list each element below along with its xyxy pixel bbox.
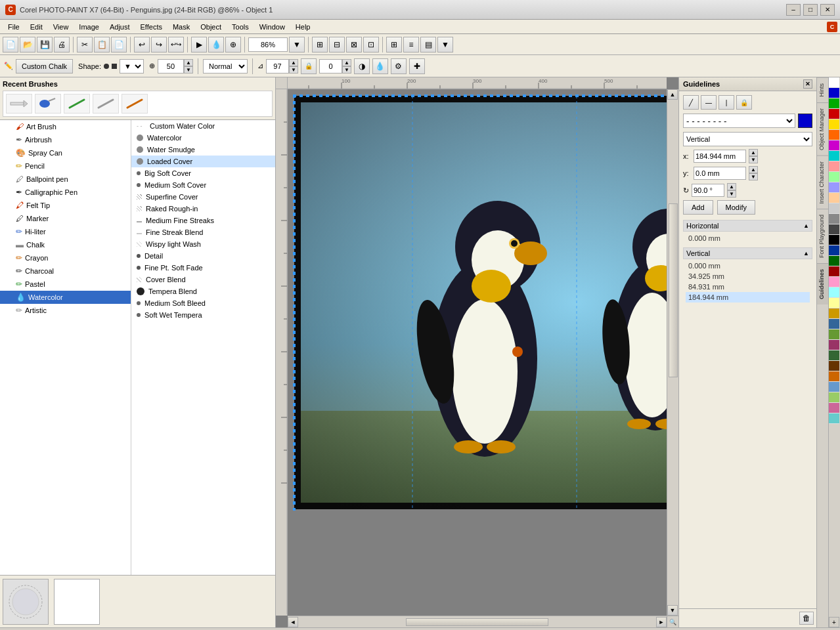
view-btn1[interactable]: ⊞	[312, 37, 328, 52]
side-tab-guidelines[interactable]: Guidelines	[817, 263, 828, 304]
brush-raked-rough-in[interactable]: Raked Rough-in	[131, 203, 275, 215]
side-tab-object-manager[interactable]: Object Manager	[817, 102, 828, 156]
vertical-scrollbar[interactable]: ▲ ▼	[667, 89, 678, 616]
side-tab-font-playground[interactable]: Font Playground	[817, 209, 828, 263]
recent-brush-3[interactable]	[64, 94, 90, 114]
scroll-right-btn[interactable]: ►	[656, 617, 667, 627]
new-button[interactable]: 📄	[3, 37, 18, 52]
copy-button[interactable]: 📋	[94, 37, 110, 52]
color-dark-red[interactable]	[829, 266, 839, 277]
color-yellow[interactable]	[829, 119, 839, 130]
brush-name-button[interactable]: Custom Chalk	[16, 59, 73, 74]
color-light-gray[interactable]	[829, 203, 839, 214]
color-peach[interactable]	[829, 193, 839, 203]
maximize-button[interactable]: □	[803, 4, 818, 16]
zoom-input[interactable]	[248, 37, 288, 52]
guide-v-val-1[interactable]: 34.925 mm	[686, 271, 810, 282]
guide-lock-btn[interactable]: 🔒	[736, 95, 752, 110]
guide-horizontal-collapse[interactable]: ▲	[803, 222, 809, 229]
redo2-button[interactable]: ↩↪	[168, 37, 184, 52]
brush-fine-streak-blend[interactable]: Fine Streak Blend	[131, 226, 275, 238]
cat-felt-tip[interactable]: 🖍 Felt Tip	[0, 199, 131, 212]
render-button[interactable]: ▶	[191, 37, 207, 52]
view-btn4[interactable]: ⊡	[363, 37, 379, 52]
side-tab-insert-character[interactable]: Insert Character	[817, 156, 828, 209]
cat-calligraphic[interactable]: ✒ Calligraphic Pen	[0, 186, 131, 199]
add-btn[interactable]: ✚	[409, 58, 425, 74]
opacity-input[interactable]	[266, 59, 289, 74]
cat-watercolor[interactable]: 💧 Watercolor	[0, 291, 131, 304]
color-mauve[interactable]	[829, 403, 839, 413]
brush-detail[interactable]: Detail	[131, 250, 275, 262]
settings-btn2[interactable]: ⚙	[391, 58, 407, 74]
eyedrop-btn2[interactable]: 💧	[372, 58, 388, 74]
guide-x-down[interactable]: ▼	[749, 156, 758, 163]
menu-adjust[interactable]: Adjust	[104, 22, 135, 32]
size-up-btn[interactable]: ▲	[184, 59, 193, 66]
color-lime[interactable]	[829, 392, 839, 403]
brush-cover-blend[interactable]: Cover Blend	[131, 274, 275, 285]
brush-big-soft-cover[interactable]: Big Soft Cover	[131, 167, 275, 179]
menu-effects[interactable]: Effects	[135, 22, 167, 32]
color-pink[interactable]	[829, 277, 839, 287]
color-light-blue[interactable]	[829, 182, 839, 193]
scroll-thumb-v[interactable]	[669, 203, 678, 377]
color-light-red[interactable]	[829, 161, 839, 172]
guide-x-input[interactable]	[694, 150, 746, 163]
guidelines-close-btn[interactable]: ✕	[803, 79, 812, 89]
guide-horizontal-btn[interactable]: —	[701, 95, 717, 110]
eyedropper-button[interactable]: 💧	[208, 37, 224, 52]
brush-superfine-cover[interactable]: Superfine Cover	[131, 191, 275, 203]
guide-color-swatch[interactable]	[798, 114, 812, 128]
cat-chalk[interactable]: ▬ Chalk	[0, 238, 131, 251]
grid-btn[interactable]: ⊞	[386, 37, 402, 52]
guide-x-up[interactable]: ▲	[749, 149, 758, 156]
recent-brush-4[interactable]	[93, 94, 119, 114]
guide-add-btn[interactable]: Add	[683, 200, 713, 215]
cat-crayon[interactable]: ✏ Crayon	[0, 251, 131, 264]
scroll-down-btn[interactable]: ▼	[667, 605, 678, 616]
redo-button[interactable]: ↪	[151, 37, 167, 52]
color-navy[interactable]	[829, 245, 839, 256]
zoom-dropdown[interactable]: ▼	[289, 37, 305, 52]
opacity-down-btn[interactable]: ▼	[289, 66, 298, 74]
recent-brush-2[interactable]	[35, 94, 61, 114]
brush-medium-soft-cover[interactable]: Medium Soft Cover	[131, 179, 275, 191]
brush-soft-wet-tempera[interactable]: Soft Wet Tempera	[131, 309, 275, 321]
brush-medium-soft-bleed[interactable]: Medium Soft Bleed	[131, 297, 275, 309]
color-purple[interactable]	[829, 340, 839, 350]
menu-window[interactable]: Window	[254, 22, 290, 32]
brush-water-smudge[interactable]: Water Smudge	[131, 144, 275, 156]
options-btn2[interactable]: ▼	[437, 37, 453, 52]
cat-charcoal[interactable]: ✏ Charcoal	[0, 264, 131, 278]
shape-select[interactable]: ▼	[120, 59, 144, 74]
cat-art-brush[interactable]: 🖌 Art Brush	[0, 120, 131, 133]
size-down-btn[interactable]: ▼	[184, 66, 193, 74]
menu-view[interactable]: View	[48, 22, 74, 32]
cat-hi-liter[interactable]: ✏ Hi-liter	[0, 225, 131, 238]
guide-h-val-0[interactable]: 0.000 mm	[686, 233, 810, 243]
recent-brush-1[interactable]	[6, 94, 32, 114]
view-btn3[interactable]: ⊠	[346, 37, 362, 52]
cat-spray-can[interactable]: 🎨 Spray Can	[0, 146, 131, 159]
guide-vertical-collapse[interactable]: ▲	[803, 250, 809, 257]
cat-airbrush[interactable]: ✒ Airbrush	[0, 133, 131, 146]
color-light-green[interactable]	[829, 172, 839, 182]
color-light-cyan[interactable]	[829, 287, 839, 298]
save-button[interactable]: 💾	[37, 37, 53, 52]
guide-modify-btn[interactable]: Modify	[717, 200, 755, 215]
palette-add-btn[interactable]: +	[829, 617, 839, 627]
open-button[interactable]: 📂	[20, 37, 35, 52]
brush-loaded-cover[interactable]: Loaded Cover	[131, 156, 275, 167]
guide-orientation-select[interactable]: Vertical Horizontal Angled	[683, 132, 812, 146]
color-mid-gray[interactable]	[829, 214, 839, 224]
guide-v-val-2[interactable]: 84.931 mm	[686, 282, 810, 292]
guide-v-val-0[interactable]: 0.000 mm	[686, 261, 810, 271]
scroll-track-v[interactable]	[669, 104, 678, 601]
zoom-corner-btn[interactable]: 🔍	[667, 616, 678, 627]
brush-medium-fine-streaks[interactable]: Medium Fine Streaks	[131, 215, 275, 226]
menu-mask[interactable]: Mask	[167, 22, 195, 32]
menu-file[interactable]: File	[3, 22, 25, 32]
cat-pencil[interactable]: ✏ Pencil	[0, 159, 131, 173]
guide-angle-up[interactable]: ▲	[727, 183, 736, 190]
